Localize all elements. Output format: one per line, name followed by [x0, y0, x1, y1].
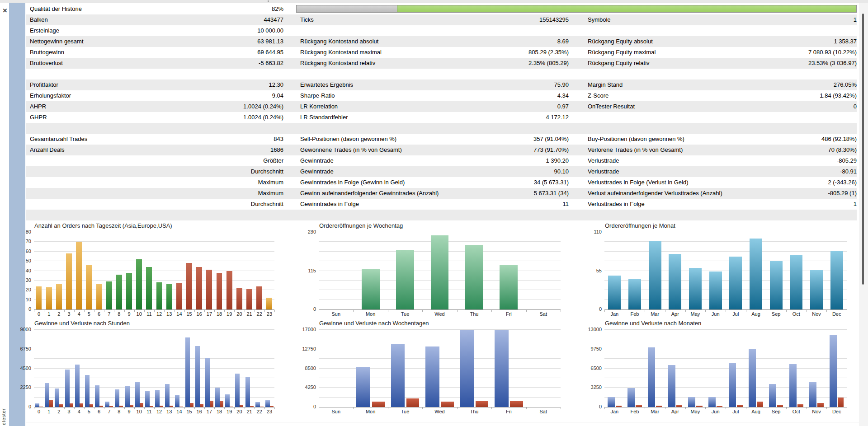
- stat-label: Rückgang Equity maximal: [588, 47, 656, 58]
- gewinne-bar-Thu: [460, 330, 474, 407]
- x-axis-category-label: Sep: [766, 311, 786, 317]
- gewinne-bar-17: [205, 358, 210, 407]
- y-axis-tick-label: 230: [290, 229, 316, 234]
- column-gap: [569, 177, 588, 188]
- bar-13: [166, 284, 172, 309]
- stat-label: Nettogewinn gesamt: [30, 36, 84, 47]
- verluste-bar-Fri: [510, 401, 523, 407]
- bar-3: [66, 253, 72, 309]
- gridline: [604, 241, 847, 242]
- gridline: [604, 349, 847, 349]
- stat-cell: [300, 69, 569, 80]
- x-axis-category-label: Oct: [786, 311, 807, 317]
- stat-cell: [588, 25, 857, 36]
- y-axis-tick-label: 3250: [576, 384, 602, 390]
- x-axis-tick: [164, 407, 165, 409]
- x-axis-category-label: 0: [34, 311, 44, 317]
- stat-value: 486 (92.18%): [821, 134, 857, 145]
- column-gap: [283, 199, 300, 210]
- chart-title: Ordereröffnungen je Monat: [605, 222, 675, 229]
- stat-value: -805.29: [837, 155, 857, 166]
- stat-label: Symbole: [588, 14, 611, 25]
- x-axis-category-label: Dec: [826, 311, 847, 317]
- verluste-bar-3: [70, 403, 73, 407]
- gridline: [34, 358, 274, 359]
- stat-label: Bruttoverlust: [30, 58, 63, 69]
- stat-value: 4.34: [557, 90, 569, 101]
- x-axis-category-label: 21: [245, 409, 255, 414]
- chart-title: Gewinne und Verluste nach Stunden: [34, 320, 130, 327]
- bar-11: [146, 267, 152, 309]
- x-axis-tick: [74, 310, 75, 312]
- x-axis-tick: [726, 310, 726, 312]
- column-gap: [283, 210, 300, 220]
- backtester-vertical-tab[interactable]: etester: [1, 408, 6, 425]
- gridline: [34, 378, 274, 378]
- column-gap: [569, 69, 588, 80]
- stat-label: OnTester Resultat: [588, 101, 635, 112]
- gridline: [604, 329, 847, 330]
- close-icon[interactable]: ✕: [1, 7, 9, 14]
- verluste-bar-Jan: [616, 406, 622, 407]
- x-axis-tick: [224, 407, 225, 409]
- column-gap: [569, 90, 588, 101]
- stat-label: Ticks: [300, 14, 314, 25]
- x-axis-category-label: 7: [104, 409, 114, 414]
- table-row: Ersteinlage10 000.00: [26, 25, 857, 36]
- gewinne-bar-Fri: [495, 330, 509, 407]
- gridline: [319, 358, 561, 359]
- gewinne-bar-6: [95, 385, 99, 407]
- x-axis-tick: [94, 407, 94, 409]
- x-axis-category-label: 13: [164, 311, 174, 317]
- verluste-bar-16: [200, 404, 203, 407]
- x-axis-category-label: 8: [114, 311, 124, 317]
- x-axis-tick: [746, 310, 746, 312]
- stat-value: Maximum: [258, 188, 283, 199]
- x-axis-category-label: Tue: [388, 409, 422, 414]
- x-axis-category-label: 16: [194, 311, 204, 317]
- stat-label: Verlusttrade: [588, 155, 619, 166]
- bar-8: [116, 275, 122, 309]
- panel-top-splitter[interactable]: [0, 0, 868, 3]
- verluste-bar-0: [39, 407, 43, 407]
- gridline: [604, 368, 847, 369]
- x-axis-category-label: Mon: [353, 409, 387, 414]
- gewinne-bar-12: [155, 390, 160, 407]
- scrollbar-thumb[interactable]: [862, 14, 864, 285]
- gewinne-bar-21: [245, 377, 250, 407]
- table-row: Bruttogewinn69 644.95Rückgang Kontostand…: [26, 47, 857, 58]
- gewinne-bar-18: [215, 388, 220, 407]
- gewinne-bar-Dec: [830, 335, 837, 407]
- x-axis-tick: [625, 407, 625, 409]
- x-axis-tick: [84, 407, 85, 409]
- x-axis-tick: [826, 310, 827, 312]
- stat-value: 12.30: [269, 80, 283, 90]
- column-gap: [283, 25, 300, 36]
- x-axis-category-label: 16: [194, 409, 204, 414]
- stat-value: 8.69: [557, 36, 569, 47]
- stat-cell: [30, 123, 283, 134]
- gewinne-bar-20: [235, 374, 240, 407]
- gridline: [604, 397, 847, 398]
- bar-Mon: [362, 269, 380, 309]
- x-axis-category-label: Tue: [388, 311, 422, 317]
- column-gap: [283, 145, 300, 155]
- bar-19: [226, 271, 232, 310]
- verluste-bar-Dec: [838, 398, 844, 407]
- x-axis-tick: [104, 407, 104, 409]
- x-axis-tick: [353, 310, 354, 312]
- y-axis-tick-label: 13000: [576, 327, 602, 332]
- verluste-bar-4: [80, 403, 83, 407]
- gewinne-bar-14: [175, 395, 179, 407]
- table-row: Anzahl Deals1686Gewonnene Trades (in % v…: [26, 145, 857, 155]
- stat-value: Maximum: [258, 177, 283, 188]
- vertical-scrollbar[interactable]: [859, 3, 868, 426]
- stat-cell: GHPR1.0024 (0.24%): [30, 112, 283, 123]
- x-axis-category-label: 18: [214, 409, 224, 414]
- x-axis-tick: [224, 310, 225, 312]
- verluste-bar-2: [59, 404, 63, 407]
- stat-value: 2 (-343.26): [828, 177, 857, 188]
- x-axis-tick: [561, 407, 561, 409]
- splitter-handle[interactable]: [268, 0, 269, 2]
- x-axis-tick: [826, 407, 827, 409]
